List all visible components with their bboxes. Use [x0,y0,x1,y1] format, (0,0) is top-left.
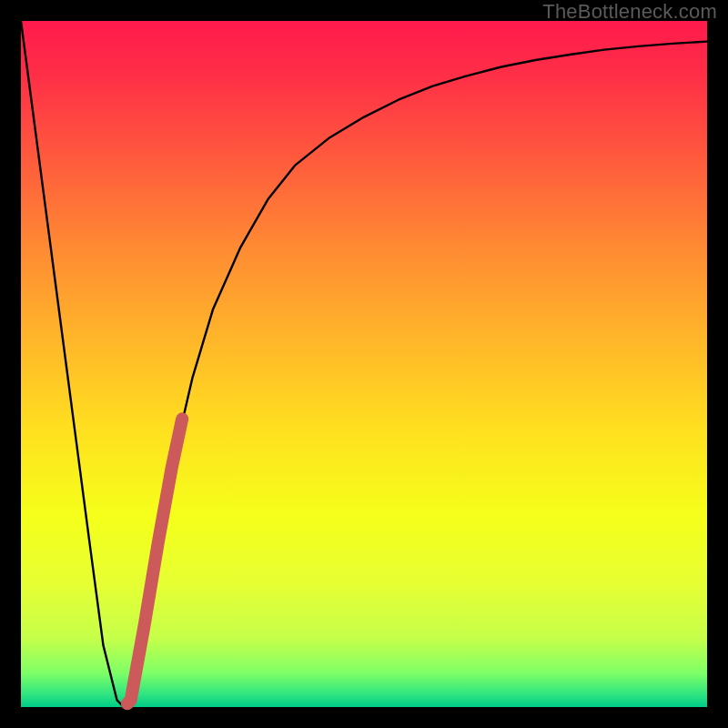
chart-svg [21,21,707,707]
highlight-segment-path [127,419,182,703]
bottleneck-curve-path [21,21,707,707]
chart-frame: TheBottleneck.com [0,0,728,728]
